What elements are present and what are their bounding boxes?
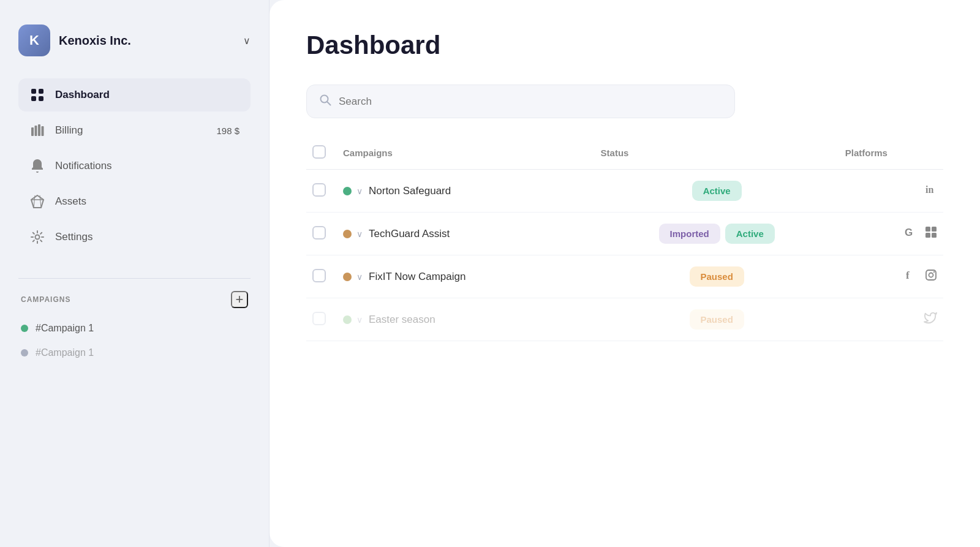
th-campaigns: Campaigns	[337, 137, 595, 170]
svg-rect-2	[31, 96, 36, 101]
list-item[interactable]: #Campaign 1	[18, 318, 251, 339]
sidebar-item-settings-label: Settings	[55, 231, 92, 243]
expand-icon[interactable]: ∨	[356, 186, 363, 196]
sidebar-item-billing[interactable]: Billing 198 $	[18, 114, 251, 147]
microsoft-icon	[925, 226, 937, 241]
svg-rect-5	[35, 126, 37, 136]
status-badge-active: Active	[725, 224, 775, 244]
th-status: Status	[595, 137, 839, 170]
campaign-name: Norton Safeguard	[369, 185, 451, 197]
select-all-checkbox[interactable]	[312, 145, 326, 159]
sidebar-item-assets-label: Assets	[55, 195, 86, 208]
sidebar-item-settings[interactable]: Settings	[18, 221, 251, 254]
expand-icon[interactable]: ∨	[356, 229, 363, 239]
status-badge-paused: Paused	[690, 309, 744, 330]
org-logo: K	[18, 25, 50, 56]
row-checkbox[interactable]	[312, 226, 326, 240]
table-row: ∨ Easter season Paused	[306, 298, 943, 341]
svg-rect-18	[925, 227, 930, 232]
campaign-list: #Campaign 1 #Campaign 1	[18, 318, 251, 363]
campaign-name: Easter season	[369, 314, 435, 326]
notifications-icon	[29, 158, 45, 174]
row-status-dot	[343, 230, 352, 238]
svg-rect-1	[39, 89, 43, 94]
linkedin-icon: in	[924, 183, 937, 199]
campaign-dot	[21, 325, 28, 332]
billing-badge: 198 $	[216, 126, 239, 136]
svg-marker-8	[31, 195, 43, 208]
svg-point-13	[321, 96, 328, 103]
expand-icon[interactable]: ∨	[356, 272, 363, 282]
campaigns-table: Campaigns Status Platforms ∨ Norton Safe…	[306, 137, 943, 341]
status-badge: Active	[692, 181, 742, 201]
sidebar: K Kenoxis Inc. ∨ Dashboard	[0, 0, 270, 547]
svg-rect-21	[932, 233, 937, 238]
twitter-icon	[924, 311, 937, 328]
row-platforms-cell	[839, 298, 943, 341]
campaign-name: FixIT Now Campaign	[369, 271, 466, 283]
svg-rect-7	[42, 126, 44, 136]
th-platforms: Platforms	[839, 137, 943, 170]
org-header[interactable]: K Kenoxis Inc. ∨	[18, 25, 251, 56]
row-campaign-cell: ∨ Easter season	[337, 298, 595, 341]
svg-point-24	[929, 273, 933, 277]
row-status-dot	[343, 273, 352, 281]
expand-icon[interactable]: ∨	[356, 315, 363, 325]
sidebar-item-notifications[interactable]: Notifications	[18, 149, 251, 183]
campaigns-section-label: CAMPAIGNS	[21, 295, 70, 304]
row-checkbox[interactable]	[312, 312, 326, 325]
status-badge-paused: Paused	[690, 266, 744, 287]
search-input[interactable]	[339, 96, 722, 108]
campaign-dot	[21, 349, 28, 356]
google-icon: G	[904, 226, 916, 241]
search-bar	[306, 85, 735, 118]
row-status-cell: Active	[595, 170, 839, 213]
sidebar-item-assets[interactable]: Assets	[18, 185, 251, 218]
dashboard-icon	[29, 87, 45, 103]
row-status-cell: Imported Active	[595, 213, 839, 255]
row-platforms-cell: in	[839, 170, 943, 213]
svg-text:G: G	[905, 227, 913, 238]
row-checkbox-cell	[306, 255, 337, 298]
svg-rect-6	[38, 124, 40, 136]
campaign-item-name: #Campaign 1	[36, 347, 94, 358]
org-name: Kenoxis Inc.	[59, 34, 235, 48]
sidebar-divider	[18, 278, 251, 279]
campaigns-section: CAMPAIGNS + #Campaign 1 #Campaign 1	[18, 291, 251, 529]
campaigns-header: CAMPAIGNS +	[18, 291, 251, 308]
row-checkbox-cell	[306, 170, 337, 213]
row-campaign-cell: ∨ FixIT Now Campaign	[337, 255, 595, 298]
row-checkbox-cell	[306, 213, 337, 255]
svg-point-12	[36, 235, 40, 240]
sidebar-item-billing-label: Billing	[55, 124, 83, 137]
assets-icon	[29, 194, 45, 209]
svg-text:f: f	[906, 270, 910, 281]
row-status-dot	[343, 187, 352, 195]
status-badge-imported: Imported	[659, 224, 720, 244]
row-status-cell: Paused	[595, 298, 839, 341]
sidebar-item-dashboard-label: Dashboard	[55, 89, 110, 101]
svg-point-25	[933, 271, 935, 273]
th-checkbox	[306, 137, 337, 170]
row-checkbox[interactable]	[312, 183, 326, 197]
settings-icon	[29, 229, 45, 245]
table-row: ∨ Norton Safeguard Active	[306, 170, 943, 213]
facebook-icon: f	[903, 268, 916, 285]
table-header-row: Campaigns Status Platforms	[306, 137, 943, 170]
svg-rect-20	[925, 233, 930, 238]
list-item[interactable]: #Campaign 1	[18, 342, 251, 363]
svg-line-14	[328, 102, 331, 105]
billing-icon	[29, 123, 45, 138]
row-campaign-cell: ∨ TechGuard Assist	[337, 213, 595, 255]
row-platforms-cell: f	[839, 255, 943, 298]
sidebar-item-dashboard[interactable]: Dashboard	[18, 78, 251, 111]
row-checkbox[interactable]	[312, 269, 326, 282]
table-row: ∨ TechGuard Assist Imported Active	[306, 213, 943, 255]
row-status-dot	[343, 315, 352, 324]
row-status-cell: Paused	[595, 255, 839, 298]
campaign-item-name: #Campaign 1	[36, 323, 94, 334]
table-row: ∨ FixIT Now Campaign Paused f	[306, 255, 943, 298]
search-icon	[319, 94, 331, 109]
chevron-down-icon: ∨	[243, 35, 251, 47]
add-campaign-button[interactable]: +	[231, 291, 248, 308]
